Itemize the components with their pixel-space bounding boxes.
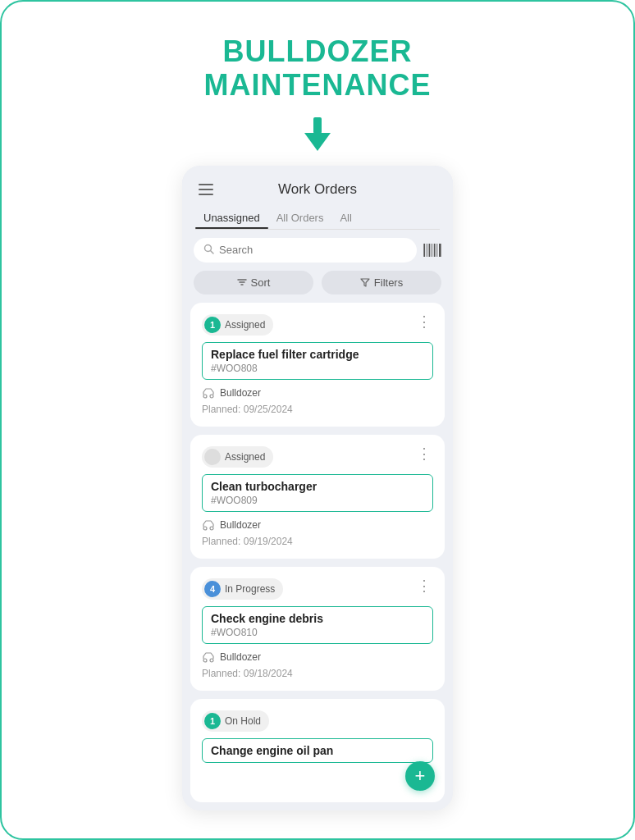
card-machine-2: Bulldozer — [202, 518, 433, 532]
more-options-3[interactable]: ⋮ — [413, 577, 435, 595]
card-title-3: Check engine debris — [211, 612, 424, 625]
add-button[interactable]: + — [405, 761, 435, 791]
svg-rect-3 — [427, 244, 427, 257]
card-date-1: Planned: 09/25/2024 — [202, 404, 433, 415]
card-machine-label-1: Bulldozer — [220, 387, 261, 399]
tabs-row: Unassigned All Orders All — [182, 199, 453, 229]
status-badge-3: 4 In Progress — [202, 578, 283, 600]
headline-line2: MAINTENANCE — [204, 68, 432, 102]
svg-rect-6 — [434, 244, 436, 257]
search-input-wrap — [194, 238, 417, 262]
svg-point-9 — [203, 395, 207, 398]
card-title-1: Replace fuel filter cartridge — [211, 348, 424, 361]
page-title: Work Orders — [217, 181, 418, 198]
machine-icon-3 — [202, 651, 215, 664]
card-date-2: Planned: 09/19/2024 — [202, 536, 433, 547]
status-label-1: Assigned — [225, 319, 265, 331]
card-title-2: Clean turbocharger — [211, 480, 424, 493]
status-badge-1: 1 Assigned — [202, 314, 273, 336]
work-order-card-1: 1 Assigned ⋮ Replace fuel filter cartrid… — [190, 303, 445, 427]
svg-point-11 — [203, 527, 207, 530]
work-order-card-3: 4 In Progress ⋮ Check engine debris #WOO… — [190, 567, 445, 691]
machine-icon-2 — [202, 518, 215, 532]
svg-point-12 — [210, 527, 213, 530]
card-title-box-1: Replace fuel filter cartridge #WOO808 — [202, 342, 433, 380]
status-badge-4: 1 On Hold — [202, 710, 269, 732]
card-machine-label-3: Bulldozer — [220, 651, 261, 663]
card-top-1: 1 Assigned — [202, 314, 433, 336]
card-title-4: Change engine oil pan — [211, 744, 424, 757]
svg-rect-5 — [432, 244, 432, 257]
status-number-4: 1 — [204, 713, 221, 729]
outer-container: BULLDOZER MAINTENANCE Work Orders Unassi… — [0, 0, 635, 840]
status-badge-2: Assigned — [202, 446, 273, 468]
status-number-3: 4 — [204, 581, 221, 597]
phone-frame: Work Orders Unassigned All Orders All — [182, 166, 453, 810]
svg-rect-7 — [436, 244, 437, 257]
tab-unassigned[interactable]: Unassigned — [195, 207, 268, 229]
card-top-3: 4 In Progress — [202, 578, 433, 600]
search-icon — [203, 244, 214, 257]
sort-icon — [237, 277, 247, 287]
svg-line-1 — [211, 250, 214, 253]
cards-container: 1 Assigned ⋮ Replace fuel filter cartrid… — [182, 303, 453, 810]
more-options-1[interactable]: ⋮ — [413, 313, 435, 331]
status-label-3: In Progress — [225, 583, 275, 595]
filter-row: Sort Filters — [182, 267, 453, 303]
card-top-4: 1 On Hold — [202, 710, 433, 732]
tab-all-orders[interactable]: All Orders — [268, 207, 332, 229]
svg-rect-4 — [429, 244, 431, 257]
status-number-1: 1 — [204, 317, 221, 333]
card-id-3: #WOO810 — [211, 627, 424, 638]
card-machine-label-2: Bulldozer — [220, 519, 261, 531]
card-title-box-3: Check engine debris #WOO810 — [202, 606, 433, 644]
work-order-card-4: 1 On Hold Change engine oil pan + — [190, 699, 445, 802]
arrow-indicator — [304, 117, 331, 151]
more-options-2[interactable]: ⋮ — [413, 445, 435, 463]
status-label-2: Assigned — [225, 451, 265, 463]
search-input[interactable] — [219, 244, 407, 256]
card-date-3: Planned: 09/18/2024 — [202, 668, 433, 679]
card-id-1: #WOO808 — [211, 363, 424, 374]
card-top-2: Assigned — [202, 446, 433, 468]
filters-icon — [360, 277, 370, 287]
svg-rect-8 — [439, 244, 441, 257]
sort-label: Sort — [251, 276, 271, 289]
headline-line1: BULLDOZER — [223, 34, 413, 68]
filters-label: Filters — [374, 276, 403, 289]
card-title-box-2: Clean turbocharger #WOO809 — [202, 474, 433, 512]
card-id-2: #WOO809 — [211, 495, 424, 506]
tab-all[interactable]: All — [331, 207, 359, 229]
status-label-4: On Hold — [225, 715, 261, 727]
svg-point-13 — [203, 659, 207, 662]
status-number-2 — [204, 449, 221, 465]
card-title-box-4: Change engine oil pan — [202, 738, 433, 763]
card-machine-1: Bulldozer — [202, 386, 433, 399]
svg-rect-2 — [423, 244, 425, 257]
card-machine-3: Bulldozer — [202, 651, 433, 664]
barcode-icon[interactable] — [423, 244, 441, 257]
machine-icon-1 — [202, 386, 215, 399]
hamburger-menu[interactable] — [195, 180, 217, 199]
search-row — [182, 230, 453, 267]
svg-point-14 — [210, 659, 213, 662]
sort-button[interactable]: Sort — [194, 271, 313, 294]
work-order-card-2: Assigned ⋮ Clean turbocharger #WOO809 Bu… — [190, 435, 445, 559]
phone-header: Work Orders — [182, 166, 453, 199]
svg-point-10 — [210, 395, 213, 398]
filters-button[interactable]: Filters — [322, 271, 441, 294]
headline: BULLDOZER MAINTENANCE — [204, 34, 432, 103]
